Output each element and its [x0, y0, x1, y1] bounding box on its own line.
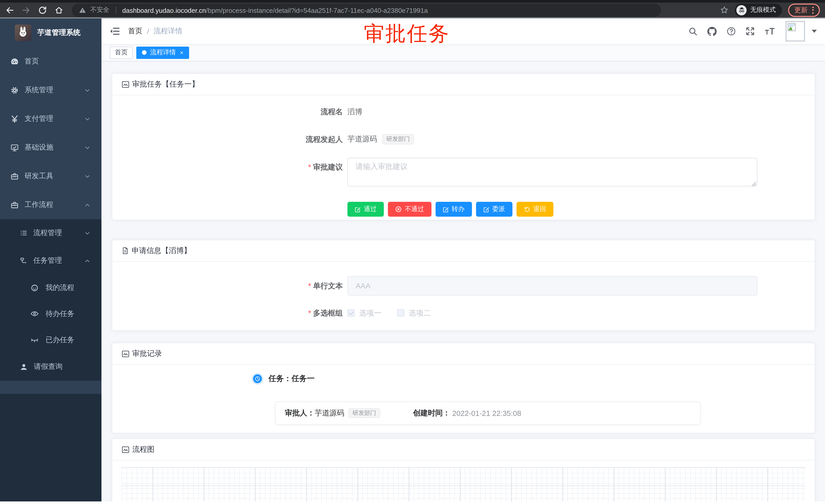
sidebar-item-label: 请假查询: [34, 362, 63, 371]
active-tab-dot: [142, 50, 147, 55]
sidebar-item-my-process[interactable]: 我的流程: [0, 274, 101, 301]
sidebar-toggle-icon[interactable]: [110, 27, 120, 36]
security-label[interactable]: 不安全: [90, 6, 109, 14]
browser-menu-icon[interactable]: [812, 6, 814, 14]
sidebar: 芋道管理系统 首页 系统管理 支付管理: [0, 18, 101, 501]
avatar[interactable]: [785, 21, 805, 41]
sidebar-filler: [0, 394, 101, 501]
sidebar-item-label: 支付管理: [24, 114, 53, 123]
github-icon[interactable]: [707, 26, 717, 36]
tab-process-detail[interactable]: 流程详情 ×: [136, 47, 189, 59]
tab-label: 首页: [115, 48, 128, 57]
opinion-textarea[interactable]: [348, 158, 757, 186]
eye-closed-icon: [30, 335, 39, 344]
process-name-label: 流程名: [112, 107, 343, 116]
picture-icon: [122, 80, 130, 88]
search-icon[interactable]: [688, 27, 697, 36]
chevron-down-icon: [85, 116, 90, 121]
textarea-resize-handle[interactable]: [752, 182, 756, 186]
checkbox-unchecked-icon: [397, 309, 404, 317]
checkbox-option2[interactable]: 选项二: [397, 308, 431, 318]
card-title: 审批任务【任务一】: [132, 79, 199, 89]
approval-record-card: 审批记录 任务：任务一 审批人： 芋道源码 研发部门: [112, 343, 815, 433]
bookmark-star-icon[interactable]: [720, 6, 729, 14]
font-size-icon[interactable]: [764, 27, 775, 36]
initiator-label: 流程发起人: [112, 135, 343, 144]
reject-button[interactable]: 不通过: [388, 202, 431, 217]
assignee-value: 芋道源码: [315, 408, 344, 418]
sidebar-item-label: 待办任务: [46, 309, 74, 318]
sidebar-item-label: 基础设施: [24, 143, 53, 152]
fullscreen-icon[interactable]: [746, 27, 755, 36]
checkbox-group-label: *多选框组: [112, 308, 343, 318]
approval-record-box: 审批人： 芋道源码 研发部门 创建时间： 2022-01-21 22:35:08: [275, 402, 700, 425]
sidebar-item-label: 研发工具: [24, 172, 53, 181]
navbar: 首页 / 流程详情 审批任务: [101, 18, 825, 44]
sidebar-item-workflow[interactable]: 工作流程: [0, 190, 101, 219]
tags-view: 首页 流程详情 ×: [101, 44, 825, 62]
sidebar-item-label: 我的流程: [46, 283, 74, 292]
breadcrumb-current: 流程详情: [154, 27, 182, 36]
sidebar-item-devtools[interactable]: 研发工具: [0, 162, 101, 190]
sidebar-item-done-tasks[interactable]: 已办任务: [0, 327, 101, 353]
breadcrumb-home[interactable]: 首页: [128, 27, 142, 36]
workflow-submenu: 流程管理 任务管理 我的流程 待办任务: [0, 219, 101, 381]
assignee-dept-tag: 研发部门: [349, 408, 380, 418]
refresh-left-icon: [523, 206, 530, 213]
checkbox-group: 选项一 选项二: [348, 308, 431, 318]
screen: 不安全 dashboard.yudao.iocoder.cn/bpm/proce…: [0, 0, 825, 504]
bpmn-canvas[interactable]: [122, 467, 806, 501]
initiator-value: 芋道源码: [348, 135, 377, 144]
url-path[interactable]: /bpm/process-instance/detail?id=54aa251f…: [206, 6, 428, 14]
logo-image: [15, 24, 31, 41]
assignee-label: 审批人：: [285, 408, 315, 418]
edit-icon: [355, 206, 361, 212]
picture-icon: [122, 350, 130, 358]
toolbox-icon: [10, 172, 19, 180]
sidebar-item-leave-query[interactable]: 请假查询: [0, 353, 101, 381]
update-label[interactable]: 更新: [794, 5, 808, 15]
help-icon[interactable]: [727, 27, 736, 36]
sidebar-item-label: 流程管理: [33, 229, 62, 238]
browser-toolbar: 不安全 dashboard.yudao.iocoder.cn/bpm/proce…: [0, 0, 825, 18]
home-icon[interactable]: [54, 5, 64, 15]
sidebar-item-system[interactable]: 系统管理: [0, 76, 101, 104]
breadcrumb-separator: /: [147, 27, 149, 35]
sidebar-item-task-mgmt[interactable]: 任务管理: [0, 247, 101, 274]
user-icon: [19, 362, 28, 371]
tab-home[interactable]: 首页: [110, 47, 133, 59]
task-title: 任务：任务一: [269, 374, 315, 384]
delegate-button[interactable]: 委派: [476, 202, 512, 217]
back-icon[interactable]: [5, 5, 14, 15]
sidebar-item-todo-tasks[interactable]: 待办任务: [0, 301, 101, 327]
single-text-input[interactable]: [348, 276, 757, 296]
created-label: 创建时间：: [413, 408, 450, 418]
tab-close-icon[interactable]: ×: [180, 49, 183, 56]
reload-icon[interactable]: [38, 5, 47, 15]
sidebar-item-infra[interactable]: 基础设施: [0, 133, 101, 162]
circle-close-icon: [395, 206, 402, 213]
checkbox-option1[interactable]: 选项一: [348, 308, 381, 318]
single-text-label: *单行文本: [112, 281, 343, 291]
return-button[interactable]: 退回: [516, 202, 553, 217]
timeline-item: 任务：任务一: [253, 374, 815, 384]
avatar-caret-icon[interactable]: [812, 30, 817, 33]
forward-icon[interactable]: [21, 5, 31, 15]
transfer-button[interactable]: 转办: [435, 202, 472, 217]
created-value: 2022-01-21 22:35:08: [452, 409, 521, 417]
toolbox-icon: [10, 200, 19, 209]
sidebar-item-payment[interactable]: 支付管理: [0, 104, 101, 133]
browser-update-button[interactable]: 更新: [788, 3, 820, 17]
opinion-label: *审批建议: [112, 158, 343, 172]
sidebar-item-home[interactable]: 首页: [0, 47, 101, 76]
required-mark: *: [308, 163, 311, 171]
sidebar-item-process-mgmt[interactable]: 流程管理: [0, 219, 101, 247]
app-logo[interactable]: 芋道管理系统: [0, 18, 101, 47]
not-secure-warning-icon[interactable]: [79, 6, 86, 14]
approve-button[interactable]: 通过: [348, 202, 384, 217]
sidebar-item-label: 系统管理: [24, 86, 53, 95]
incognito-label: 无痕模式: [750, 6, 776, 14]
url-host[interactable]: dashboard.yudao.iocoder.cn: [122, 6, 206, 14]
address-bar[interactable]: 不安全 dashboard.yudao.iocoder.cn/bpm/proce…: [72, 3, 661, 17]
sidebar-item-label: 已办任务: [46, 335, 74, 344]
